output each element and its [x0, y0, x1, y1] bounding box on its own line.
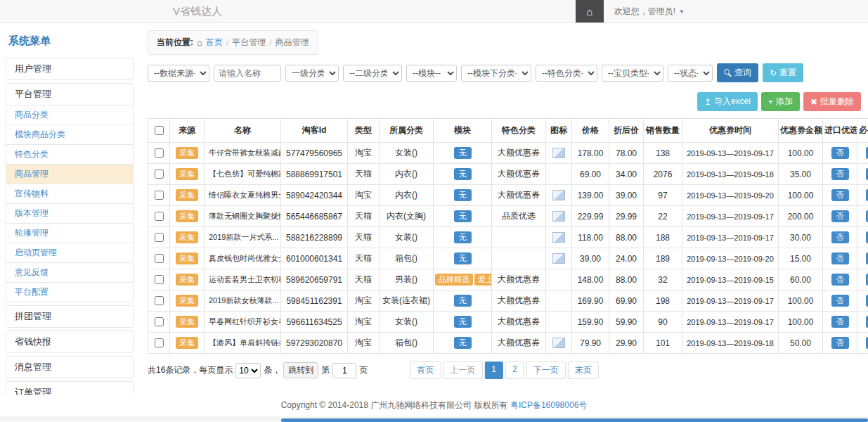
must-buy-flag-badge[interactable]: 否: [866, 231, 868, 243]
must-buy-flag-badge[interactable]: 否: [866, 316, 868, 328]
import-flag-badge[interactable]: 否: [831, 189, 849, 201]
add-button[interactable]: + 添加: [761, 92, 800, 111]
import-flag-badge[interactable]: 否: [831, 168, 849, 180]
row-checkbox[interactable]: [155, 148, 164, 158]
coupon-amount: 60.00: [779, 269, 823, 290]
sidebar-item[interactable]: 意见反馈: [6, 262, 134, 283]
filter-select[interactable]: 一级分类: [285, 65, 339, 82]
filter-select[interactable]: --状态--: [668, 65, 713, 82]
filter-select[interactable]: --模块下分类--: [461, 65, 531, 82]
module-cell: 无: [434, 206, 492, 227]
coupon-time: 2019-09-13—2019-09-18: [682, 333, 779, 354]
sidebar-item[interactable]: 平台配置: [6, 282, 134, 302]
horizontal-scrollbar-thumb[interactable]: [281, 418, 868, 422]
icp-link[interactable]: 粤ICP备16098006号: [510, 400, 587, 410]
table-row: 采集 情侣睡衣女夏纯棉男士... 589042420344 淘宝 内衣() 无 …: [148, 185, 868, 206]
must-buy-flag-badge[interactable]: 否: [866, 252, 868, 264]
import-flag-badge[interactable]: 否: [831, 337, 849, 349]
must-buy-flag-badge[interactable]: 否: [866, 147, 868, 159]
product-category: 内衣(): [380, 164, 434, 185]
row-checkbox[interactable]: [155, 338, 164, 347]
coupon-amount: 50.00: [779, 333, 823, 354]
sidebar-item[interactable]: 版本管理: [6, 203, 134, 224]
select-all-checkbox[interactable]: [155, 126, 164, 135]
row-checkbox[interactable]: [155, 296, 164, 305]
sidebar-item[interactable]: 拼团管理: [6, 305, 134, 328]
sidebar-item[interactable]: 商品分类: [6, 105, 134, 125]
breadcrumb-home-link[interactable]: 首页: [206, 37, 223, 49]
table-header-row: 来源 名称 淘客Id 类型 所属分类 模块 特色分类: [148, 119, 868, 143]
import-flag-badge[interactable]: 否: [831, 231, 849, 243]
column-header: 进口优选: [823, 119, 857, 143]
sidebar-item[interactable]: 平台管理: [6, 83, 134, 106]
module-cell: 无: [434, 312, 492, 333]
must-buy-flag-badge[interactable]: 否: [866, 337, 868, 349]
taoke-id: 589042420344: [281, 185, 348, 206]
row-checkbox[interactable]: [155, 170, 164, 179]
pagination-button[interactable]: 2: [505, 362, 524, 379]
product-name: 2019新款一片式系...: [205, 227, 281, 248]
sidebar-item[interactable]: 特色分类: [6, 144, 134, 165]
filter-select[interactable]: --模块--: [406, 65, 457, 82]
must-buy-flag-badge[interactable]: 否: [866, 295, 868, 307]
user-menu[interactable]: 欢迎您，管理员! ▼: [604, 6, 695, 18]
must-buy-flag-badge[interactable]: 否: [866, 189, 868, 201]
jump-prefix: 第: [321, 364, 330, 376]
taoke-id: 598451162391: [281, 290, 348, 312]
feature-category: 大额优惠券: [492, 164, 546, 185]
sidebar-item[interactable]: 商品管理: [6, 164, 134, 184]
sidebar-item[interactable]: 轮播管理: [6, 223, 134, 243]
sidebar-item[interactable]: 用户管理: [6, 58, 134, 80]
must-buy-flag-badge[interactable]: 否: [866, 168, 868, 180]
jump-page-input[interactable]: [332, 363, 356, 378]
price: 69.00: [572, 164, 609, 185]
import-flag-badge[interactable]: 否: [831, 295, 849, 307]
pagination-button[interactable]: 1: [484, 362, 503, 379]
module-cell: 无: [434, 227, 492, 248]
filter-select[interactable]: --宝贝类型--: [602, 65, 663, 82]
home-button[interactable]: ⌂: [576, 0, 604, 23]
coupon-amount: 100.00: [779, 185, 823, 206]
source-badge: 采集: [176, 168, 198, 180]
header-right: ⌂ 欢迎您，管理员! ▼: [576, 0, 695, 23]
import-flag-badge[interactable]: 否: [831, 274, 849, 286]
reset-button[interactable]: ↻ 重置: [763, 63, 803, 82]
batch-delete-button[interactable]: ✖ 批量删除: [803, 92, 861, 111]
search-button[interactable]: 查询: [717, 63, 758, 82]
pagination-button[interactable]: 末页: [568, 362, 599, 379]
breadcrumb-level1: 平台管理: [232, 37, 266, 49]
name-search-input[interactable]: [214, 65, 281, 82]
pagination-button[interactable]: 首页: [410, 362, 441, 379]
row-checkbox[interactable]: [155, 275, 164, 284]
row-checkbox[interactable]: [155, 191, 164, 200]
data-source-select[interactable]: --数据来源--: [148, 65, 209, 82]
sidebar-item[interactable]: 宣传物料: [6, 184, 134, 204]
import-flag-badge[interactable]: 否: [831, 147, 849, 159]
sidebar-item[interactable]: 消息管理: [6, 356, 134, 378]
import-flag-badge[interactable]: 否: [831, 316, 849, 328]
page-size-select[interactable]: 10: [235, 363, 261, 378]
filter-select[interactable]: --二级分类--: [343, 65, 402, 82]
product-category: 内衣(): [380, 185, 434, 206]
product-category: 箱包(): [380, 333, 434, 354]
price: 148.00: [572, 269, 609, 290]
column-header: 名称: [205, 119, 281, 143]
sidebar-item[interactable]: 启动页管理: [6, 243, 134, 263]
import-flag-badge[interactable]: 否: [831, 252, 849, 264]
row-checkbox[interactable]: [155, 317, 164, 326]
import-excel-button[interactable]: ↥ 导入excel: [697, 92, 758, 111]
pagination-button[interactable]: 下一页: [526, 362, 566, 379]
must-buy-flag-badge[interactable]: 否: [866, 210, 868, 222]
import-flag-badge[interactable]: 否: [831, 210, 849, 222]
row-checkbox[interactable]: [155, 233, 164, 242]
sidebar-item[interactable]: 省钱快报: [6, 331, 134, 353]
module-badge: 无: [454, 210, 472, 222]
row-checkbox[interactable]: [155, 254, 164, 263]
jump-button[interactable]: 跳转到: [283, 362, 318, 378]
sidebar-item-label: 宣传物料: [15, 188, 48, 198]
row-checkbox[interactable]: [155, 212, 164, 221]
sidebar-item[interactable]: 模块商品分类: [6, 124, 134, 145]
must-buy-flag-badge[interactable]: 否: [866, 274, 868, 286]
filter-select[interactable]: --特色分类--: [536, 65, 597, 82]
pagination-button[interactable]: 上一页: [443, 362, 482, 379]
